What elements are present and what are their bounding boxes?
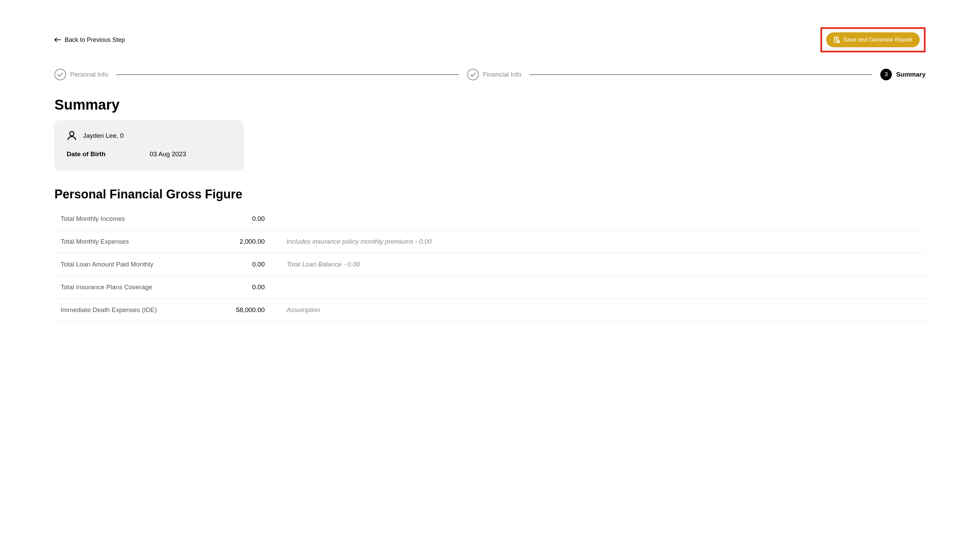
row-label: Total Monthly Incomes bbox=[60, 215, 214, 223]
profile-card: Jayden Lee, 0 Date of Birth 03 Aug 2023 bbox=[54, 121, 243, 170]
step-summary: 3 Summary bbox=[880, 69, 926, 80]
dob-label: Date of Birth bbox=[67, 150, 150, 158]
step-line bbox=[116, 75, 459, 75]
profile-name: Jayden Lee, 0 bbox=[83, 132, 124, 140]
row-value: 0.00 bbox=[214, 283, 265, 291]
save-button-label: Save and Generate Report bbox=[843, 37, 912, 43]
back-label: Back to Previous Step bbox=[65, 37, 125, 43]
step-line bbox=[530, 75, 872, 75]
check-icon bbox=[470, 72, 476, 77]
step-personal-info: Personal Info bbox=[54, 69, 108, 80]
table-row: Total Loan Amount Paid Monthly 0.00 Tota… bbox=[54, 253, 926, 276]
step-circle-completed bbox=[54, 69, 66, 80]
highlight-box: Save and Generate Report bbox=[821, 27, 926, 53]
table-row: Total Insurance Plans Coverage 0.00 bbox=[54, 276, 926, 299]
step-label: Financial Info bbox=[483, 71, 521, 78]
check-icon bbox=[57, 72, 63, 77]
row-value: 0.00 bbox=[214, 215, 265, 223]
dob-value: 03 Aug 2023 bbox=[150, 150, 186, 158]
row-label: Immediate Death Expenses (IDE) bbox=[60, 306, 214, 314]
step-number: 3 bbox=[885, 71, 888, 78]
row-value: 58,000.00 bbox=[214, 306, 265, 314]
save-generate-report-button[interactable]: Save and Generate Report bbox=[826, 32, 920, 47]
row-value: 2,000.00 bbox=[214, 238, 265, 245]
row-label: Total Insurance Plans Coverage bbox=[60, 283, 214, 291]
user-icon bbox=[67, 131, 77, 141]
section-title: Personal Financial Gross Figure bbox=[54, 187, 926, 201]
back-link[interactable]: Back to Previous Step bbox=[54, 37, 125, 43]
table-row: Total Monthly Incomes 0.00 bbox=[54, 208, 926, 230]
row-note: Includes insurance policy monthly premiu… bbox=[265, 238, 920, 245]
table-row: Total Monthly Expenses 2,000.00 Includes… bbox=[54, 230, 926, 253]
finance-table: Total Monthly Incomes 0.00 Total Monthly… bbox=[54, 208, 926, 322]
document-save-icon bbox=[834, 37, 840, 43]
stepper: Personal Info Financial Info 3 Summary bbox=[54, 69, 926, 80]
step-circle-completed bbox=[467, 69, 479, 80]
step-label: Summary bbox=[896, 71, 926, 78]
table-row: Immediate Death Expenses (IDE) 58,000.00… bbox=[54, 299, 926, 322]
svg-point-2 bbox=[70, 132, 74, 136]
step-label: Personal Info bbox=[70, 71, 108, 78]
step-financial-info: Financial Info bbox=[467, 69, 521, 80]
row-note: Assumption bbox=[265, 306, 920, 314]
page-title: Summary bbox=[54, 97, 926, 113]
row-label: Total Loan Amount Paid Monthly bbox=[60, 261, 214, 268]
row-note: Total Loan Balance - 0.00 bbox=[265, 261, 920, 268]
arrow-left-icon bbox=[54, 37, 61, 42]
step-circle-active: 3 bbox=[880, 69, 892, 80]
row-label: Total Monthly Expenses bbox=[60, 238, 214, 245]
row-value: 0.00 bbox=[214, 261, 265, 268]
svg-rect-0 bbox=[834, 37, 838, 43]
